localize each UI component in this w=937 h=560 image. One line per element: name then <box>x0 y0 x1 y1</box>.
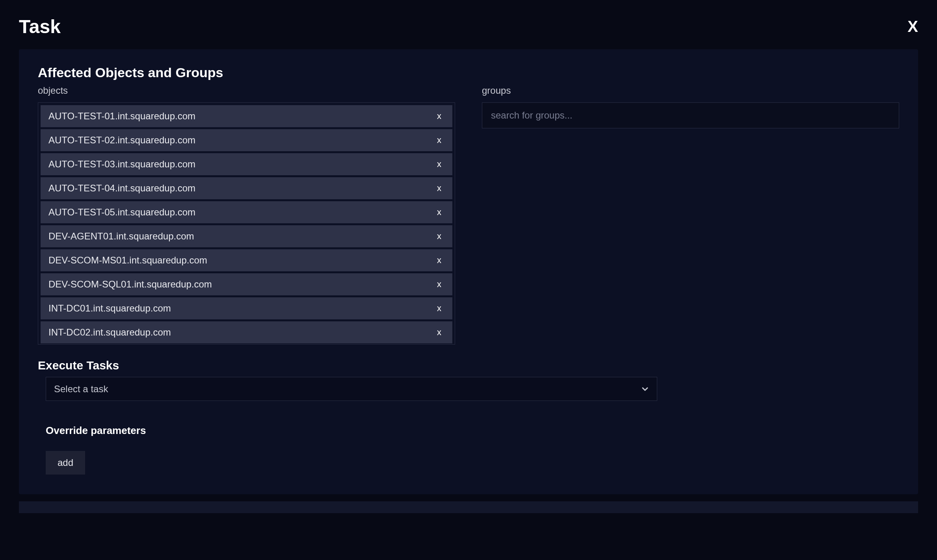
columns: objects AUTO-TEST-01.int.squaredup.comxA… <box>38 85 899 345</box>
list-item-label: INT-DC01.int.squaredup.com <box>48 303 171 314</box>
remove-button[interactable]: x <box>434 159 444 169</box>
objects-list[interactable]: AUTO-TEST-01.int.squaredup.comxAUTO-TEST… <box>38 102 455 345</box>
list-item-label: AUTO-TEST-04.int.squaredup.com <box>48 183 195 194</box>
list-item-label: DEV-SCOM-SQL01.int.squaredup.com <box>48 279 212 290</box>
objects-column: objects AUTO-TEST-01.int.squaredup.comxA… <box>38 85 455 345</box>
remove-button[interactable]: x <box>434 255 444 265</box>
execute-section: Execute Tasks Select a task Override par… <box>38 359 899 475</box>
list-item: AUTO-TEST-03.int.squaredup.comx <box>41 153 452 175</box>
task-select[interactable]: Select a task <box>46 377 657 401</box>
list-item: AUTO-TEST-04.int.squaredup.comx <box>41 177 452 199</box>
objects-label: objects <box>38 85 455 96</box>
execute-title: Execute Tasks <box>38 359 899 372</box>
override-section: Override parameters add <box>46 425 899 475</box>
list-item: DEV-SCOM-MS01.int.squaredup.comx <box>41 249 452 271</box>
main-panel: Affected Objects and Groups objects AUTO… <box>19 49 918 494</box>
list-item: DEV-AGENT01.int.squaredup.comx <box>41 225 452 247</box>
remove-button[interactable]: x <box>434 279 444 289</box>
remove-button[interactable]: x <box>434 303 444 313</box>
list-item: INT-DC02.int.squaredup.comx <box>41 321 452 343</box>
list-item: AUTO-TEST-05.int.squaredup.comx <box>41 201 452 223</box>
groups-search-input[interactable] <box>482 102 899 128</box>
remove-button[interactable]: x <box>434 327 444 337</box>
remove-button[interactable]: x <box>434 135 444 145</box>
override-title: Override parameters <box>46 425 899 437</box>
groups-column: groups <box>482 85 899 345</box>
list-item-label: INT-DC02.int.squaredup.com <box>48 327 171 338</box>
list-item: INT-DC01.int.squaredup.comx <box>41 297 452 319</box>
list-item-label: DEV-SCOM-MS01.int.squaredup.com <box>48 255 207 266</box>
remove-button[interactable]: x <box>434 183 444 193</box>
list-item-label: DEV-AGENT01.int.squaredup.com <box>48 231 194 242</box>
list-item: AUTO-TEST-02.int.squaredup.comx <box>41 129 452 151</box>
list-item-label: AUTO-TEST-01.int.squaredup.com <box>48 111 195 122</box>
list-item-label: AUTO-TEST-03.int.squaredup.com <box>48 159 195 170</box>
affected-title: Affected Objects and Groups <box>38 65 899 80</box>
page-title: Task <box>19 16 61 37</box>
list-item-label: AUTO-TEST-05.int.squaredup.com <box>48 207 195 218</box>
list-item-label: AUTO-TEST-02.int.squaredup.com <box>48 135 195 146</box>
bottom-bar <box>19 501 918 513</box>
remove-button[interactable]: x <box>434 207 444 217</box>
header: Task X <box>19 16 918 37</box>
groups-label: groups <box>482 85 899 96</box>
remove-button[interactable]: x <box>434 111 444 121</box>
add-button[interactable]: add <box>46 451 85 475</box>
remove-button[interactable]: x <box>434 231 444 241</box>
list-item: AUTO-TEST-01.int.squaredup.comx <box>41 105 452 127</box>
list-item: DEV-SCOM-SQL01.int.squaredup.comx <box>41 273 452 295</box>
close-button[interactable]: X <box>907 18 918 35</box>
